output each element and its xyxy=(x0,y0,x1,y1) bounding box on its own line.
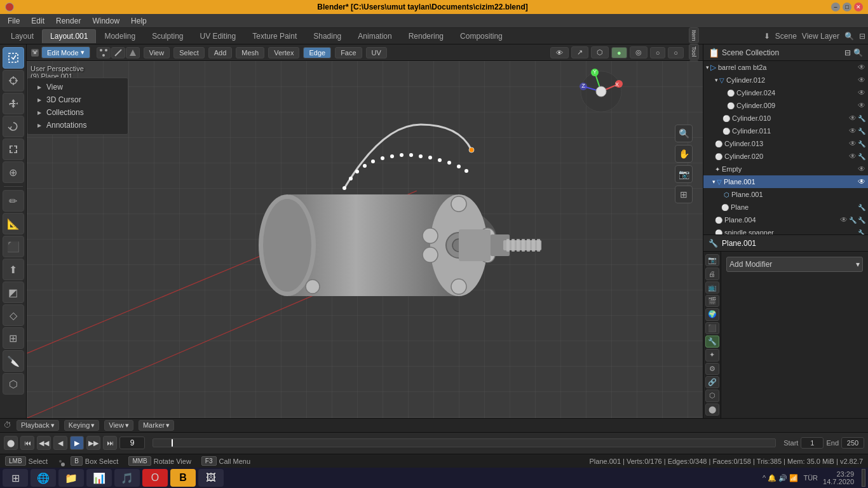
show-desktop-btn[interactable] xyxy=(862,469,865,487)
extrude-button[interactable]: ⬆ xyxy=(3,259,24,280)
transform-tool-button[interactable]: ⊕ xyxy=(3,161,24,183)
viewport-view-menu[interactable]: View xyxy=(144,47,170,58)
play-back-button[interactable]: ◀ xyxy=(53,436,67,450)
close-button[interactable]: ✕ xyxy=(854,3,863,11)
tab-shading[interactable]: Shading xyxy=(305,29,349,43)
view-item-view[interactable]: ▶ View xyxy=(27,81,128,93)
play-button[interactable]: ▶ xyxy=(70,436,84,450)
visibility-icon[interactable]: 👁 xyxy=(858,63,865,72)
data-props-btn[interactable]: ⬡ xyxy=(705,390,719,402)
view-menu[interactable]: View ▾ xyxy=(104,420,133,431)
render-props-btn[interactable]: 📷 xyxy=(705,254,719,266)
tool-tab[interactable]: Tool xyxy=(689,44,699,60)
outliner-content[interactable]: ▾ ▷ barrel cam bt2a 👁 ▾ ▽ Cylinder.012 👁… xyxy=(703,61,868,234)
excel-button[interactable]: 📊 xyxy=(86,469,112,487)
visibility-icon[interactable]: 👁 xyxy=(840,215,848,224)
visibility-icon[interactable]: 👁 xyxy=(849,126,857,135)
list-item[interactable]: ⬡ Plane.001 xyxy=(703,188,868,201)
measure-tool-button[interactable]: 📐 xyxy=(3,213,24,234)
view-item-3d-cursor[interactable]: ▶ 3D Cursor xyxy=(27,93,128,106)
list-item[interactable]: ▾ ▽ Plane.001 👁 xyxy=(703,175,868,188)
chrome-button[interactable]: 🌐 xyxy=(31,469,56,487)
tab-layout-001[interactable]: Layout.001 xyxy=(42,29,96,43)
rotate-tool-button[interactable] xyxy=(3,116,24,137)
scene-props-btn[interactable]: 🎬 xyxy=(705,295,719,307)
material-mode-btn[interactable]: ○ xyxy=(650,47,666,58)
list-item[interactable]: ▸ ⚪ Cylinder.024 👁 xyxy=(703,86,868,99)
poly-build-button[interactable]: ⬡ xyxy=(3,373,24,395)
ortho-button[interactable]: ⊞ xyxy=(675,186,693,203)
tab-texture-paint[interactable]: Texture Paint xyxy=(244,29,305,43)
list-item[interactable]: ⚪ Cylinder.011 👁 🔧 xyxy=(703,125,868,137)
cursor-tool-button[interactable] xyxy=(3,70,24,92)
tab-compositing[interactable]: Compositing xyxy=(452,29,511,43)
item-tab[interactable]: Item xyxy=(689,27,699,44)
view-layer-props-btn[interactable]: 📺 xyxy=(705,281,719,294)
viewport-vertex-menu[interactable]: Vertex xyxy=(268,47,299,58)
annotate-tool-button[interactable]: ✏ xyxy=(3,190,24,212)
step-forward-button[interactable]: ▶▶ xyxy=(86,436,100,450)
opera-button[interactable]: O xyxy=(142,469,168,487)
marker-menu[interactable]: Marker ▾ xyxy=(139,420,174,431)
key-button[interactable]: ⬤ xyxy=(4,436,18,450)
viewport-edge-menu[interactable]: Edge xyxy=(303,47,331,58)
list-item[interactable]: ⚪ Plane.004 👁 🔧 🔧 xyxy=(703,214,868,226)
wireframe-mode-btn[interactable]: ◎ xyxy=(630,46,648,58)
view-item-collections[interactable]: ▶ Collections xyxy=(27,106,128,119)
viewport-face-menu[interactable]: Face xyxy=(335,47,362,58)
knife-button[interactable]: 🔪 xyxy=(3,350,24,372)
keying-menu[interactable]: Keying ▾ xyxy=(64,420,100,431)
material-props-btn[interactable]: ⬤ xyxy=(705,403,719,416)
spotify-button[interactable]: 🎵 xyxy=(114,469,140,487)
outliner-filter-icon[interactable]: ⊟ xyxy=(844,48,851,57)
list-item[interactable]: ▸ ⚪ Cylinder.009 👁 xyxy=(703,99,868,112)
solid-mode-btn[interactable]: ● xyxy=(611,47,627,58)
physics-props-btn[interactable]: ⚙ xyxy=(705,363,719,375)
start-value[interactable]: 1 xyxy=(801,437,824,449)
bevel-button[interactable]: ◇ xyxy=(3,304,24,326)
visibility-icon[interactable]: 👁 xyxy=(858,177,865,186)
menu-file[interactable]: File xyxy=(3,15,25,27)
search-icon[interactable]: 🔍 xyxy=(844,32,854,41)
axis-gizmo[interactable]: X Y Z xyxy=(576,66,627,117)
menu-window[interactable]: Window xyxy=(87,15,125,27)
step-back-button[interactable]: ◀◀ xyxy=(37,436,51,450)
modifier-props-btn[interactable]: 🔧 xyxy=(705,336,719,348)
scale-tool-button[interactable] xyxy=(3,139,24,160)
viewport-select-menu[interactable]: Select xyxy=(173,47,205,58)
end-value[interactable]: 250 xyxy=(841,437,864,449)
edit-mode-select[interactable]: Edit Mode ▾ xyxy=(41,46,90,58)
visibility-icon[interactable]: 👁 xyxy=(849,152,857,161)
list-item[interactable]: ⚪ Cylinder.010 👁 🔧 xyxy=(703,112,868,125)
playback-menu[interactable]: Playback ▾ xyxy=(17,420,59,431)
photo-button[interactable]: 🖼 xyxy=(198,469,224,487)
visibility-icon[interactable]: 👁 xyxy=(858,76,865,85)
current-frame[interactable]: 9 xyxy=(119,437,145,449)
viewport-gizmo-toggle[interactable]: ↗ xyxy=(571,46,588,58)
maximize-button[interactable]: □ xyxy=(843,3,851,11)
object-props-btn[interactable]: ⬛ xyxy=(705,322,719,334)
visibility-icon[interactable]: 👁 xyxy=(858,101,865,110)
list-item[interactable]: ▾ ▷ barrel cam bt2a 👁 xyxy=(703,61,868,74)
filter-icon[interactable]: ⊟ xyxy=(859,32,865,41)
visibility-icon[interactable]: 👁 xyxy=(849,139,857,148)
blender-button[interactable]: B xyxy=(170,469,196,487)
output-props-btn[interactable]: 🖨 xyxy=(705,268,719,280)
timeline-scrubber[interactable] xyxy=(153,438,776,447)
list-item[interactable]: ⚪ Cylinder.013 👁 🔧 xyxy=(703,137,868,150)
menu-render[interactable]: Render xyxy=(51,15,86,27)
add-modifier-button[interactable]: Add Modifier ▾ xyxy=(726,257,863,272)
list-item[interactable]: ⚪ spindle spanner 🔧 xyxy=(703,226,868,234)
explorer-button[interactable]: 📁 xyxy=(58,469,84,487)
move-tool-button[interactable] xyxy=(3,93,24,114)
zoom-in-button[interactable]: 🔍 xyxy=(675,125,693,142)
visibility-icon[interactable]: 👁 xyxy=(858,165,865,173)
tab-uv-editing[interactable]: UV Editing xyxy=(192,29,245,43)
inset-button[interactable]: ◩ xyxy=(3,281,24,303)
rendered-mode-btn[interactable]: ○ xyxy=(668,47,684,58)
edge-select-mode[interactable] xyxy=(111,47,125,58)
viewport-overlay-toggle[interactable]: ⬡ xyxy=(591,46,609,58)
viewport-mesh-menu[interactable]: Mesh xyxy=(236,47,264,58)
outliner-search-icon[interactable]: 🔍 xyxy=(853,48,863,57)
face-select-mode[interactable] xyxy=(126,47,140,58)
